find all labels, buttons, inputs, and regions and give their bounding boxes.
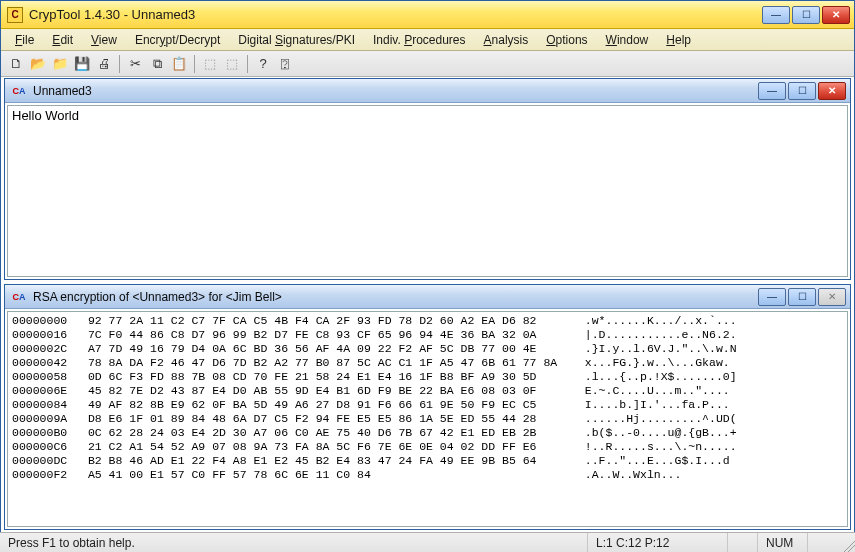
child-minimize-button[interactable]: — bbox=[758, 288, 786, 306]
window-title: CrypTool 1.4.30 - Unnamed3 bbox=[29, 7, 762, 22]
toolbar-separator bbox=[119, 55, 120, 73]
minimize-button[interactable]: — bbox=[762, 6, 790, 24]
print-button[interactable]: 🖨 bbox=[93, 53, 115, 75]
link1-button: ⬚ bbox=[199, 53, 221, 75]
editor-body[interactable]: Hello World bbox=[7, 105, 848, 277]
status-num: NUM bbox=[757, 533, 807, 552]
menu-encrypt-decrypt[interactable]: Encrypt/Decrypt bbox=[127, 31, 228, 49]
whats-this-button[interactable]: ⍰ bbox=[274, 53, 296, 75]
toolbar-separator bbox=[247, 55, 248, 73]
cut-button[interactable]: ✂ bbox=[124, 53, 146, 75]
titlebar: C CrypTool 1.4.30 - Unnamed3 — ☐ ✕ bbox=[1, 1, 854, 29]
menubar: FileEditViewEncrypt/DecryptDigital Signa… bbox=[1, 29, 854, 51]
toolbar: 🗋📂📁💾🖨✂⧉📋⬚⬚?⍰ bbox=[1, 51, 854, 77]
close-button[interactable]: ✕ bbox=[822, 6, 850, 24]
menu-indiv-procedures[interactable]: Indiv. Procedures bbox=[365, 31, 474, 49]
status-position: L:1 C:12 P:12 bbox=[587, 533, 727, 552]
menu-analysis[interactable]: Analysis bbox=[476, 31, 537, 49]
open-button[interactable]: 📂 bbox=[27, 53, 49, 75]
child-window-hex: CA RSA encryption of <Unnamed3> for <Jim… bbox=[4, 284, 851, 530]
menu-edit[interactable]: Edit bbox=[44, 31, 81, 49]
doc-icon: CA bbox=[11, 83, 27, 99]
child-close-button[interactable]: ✕ bbox=[818, 82, 846, 100]
menu-view[interactable]: View bbox=[83, 31, 125, 49]
statusbar: Press F1 to obtain help. L:1 C:12 P:12 N… bbox=[0, 532, 855, 552]
menu-file[interactable]: File bbox=[7, 31, 42, 49]
menu-help[interactable]: Help bbox=[658, 31, 699, 49]
editor-text[interactable]: Hello World bbox=[12, 108, 79, 123]
menu-digital-signatures-pki[interactable]: Digital Signatures/PKI bbox=[230, 31, 363, 49]
menu-options[interactable]: Options bbox=[538, 31, 595, 49]
save-button[interactable]: 💾 bbox=[71, 53, 93, 75]
child-minimize-button[interactable]: — bbox=[758, 82, 786, 100]
help-button[interactable]: ? bbox=[252, 53, 274, 75]
copy-button[interactable]: ⧉ bbox=[146, 53, 168, 75]
child-maximize-button[interactable]: ☐ bbox=[788, 82, 816, 100]
child-window-title: Unnamed3 bbox=[33, 84, 758, 98]
mdi-client: CA Unnamed3 — ☐ ✕ Hello World CA RSA enc… bbox=[4, 78, 851, 530]
child-titlebar: CA Unnamed3 — ☐ ✕ bbox=[5, 79, 850, 103]
child-window-title: RSA encryption of <Unnamed3> for <Jim Be… bbox=[33, 290, 758, 304]
open2-button[interactable]: 📁 bbox=[49, 53, 71, 75]
status-spacer bbox=[807, 533, 837, 552]
toolbar-separator bbox=[194, 55, 195, 73]
child-window-editor: CA Unnamed3 — ☐ ✕ Hello World bbox=[4, 78, 851, 280]
link2-button: ⬚ bbox=[221, 53, 243, 75]
hex-body[interactable]: 00000000 92 77 2A 11 C2 C7 7F CA C5 4B F… bbox=[7, 311, 848, 527]
menu-window[interactable]: Window bbox=[598, 31, 657, 49]
maximize-button[interactable]: ☐ bbox=[792, 6, 820, 24]
child-maximize-button[interactable]: ☐ bbox=[788, 288, 816, 306]
new-button[interactable]: 🗋 bbox=[5, 53, 27, 75]
doc-icon: CA bbox=[11, 289, 27, 305]
paste-button[interactable]: 📋 bbox=[168, 53, 190, 75]
status-spacer bbox=[727, 533, 757, 552]
hex-view: 00000000 92 77 2A 11 C2 C7 7F CA C5 4B F… bbox=[12, 314, 843, 482]
status-hint: Press F1 to obtain help. bbox=[0, 533, 587, 552]
app-icon: C bbox=[7, 7, 23, 23]
resize-grip[interactable] bbox=[837, 533, 855, 552]
child-titlebar: CA RSA encryption of <Unnamed3> for <Jim… bbox=[5, 285, 850, 309]
child-close-button[interactable]: ✕ bbox=[818, 288, 846, 306]
